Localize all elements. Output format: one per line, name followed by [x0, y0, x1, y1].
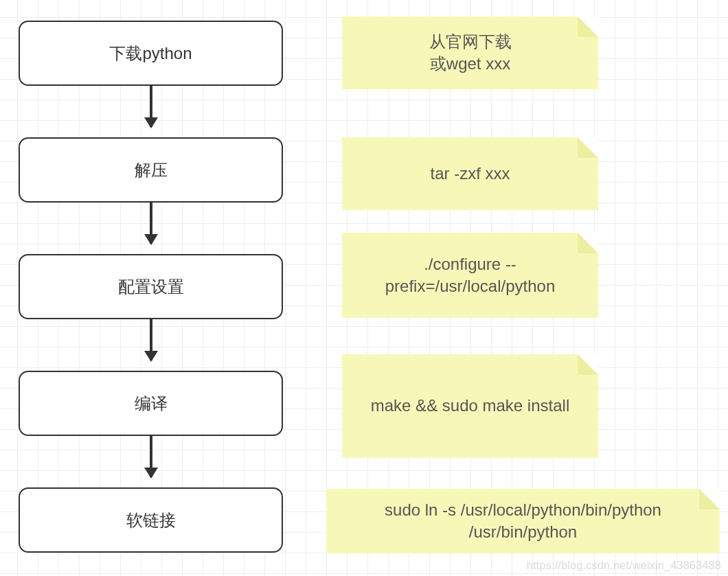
step-box-extract: 解压	[19, 137, 283, 203]
step-box-configure: 配置设置	[19, 254, 283, 319]
note-text: ./configure -- prefix=/usr/local/python	[385, 253, 555, 298]
note-text: sudo ln -s /usr/local/python/bin/python …	[385, 499, 661, 544]
note-symlink: sudo ln -s /usr/local/python/bin/python …	[326, 489, 720, 553]
note-configure: ./configure -- prefix=/usr/local/python	[342, 233, 598, 318]
arrow-down-icon	[150, 436, 152, 477]
note-extract: tar -zxf xxx	[342, 137, 598, 210]
step-box-symlink: 软链接	[19, 487, 283, 553]
step-label: 编译	[135, 393, 168, 415]
note-compile: make && sudo make install	[342, 354, 598, 458]
step-box-compile: 编译	[19, 371, 283, 436]
step-label: 下载python	[109, 43, 192, 65]
watermark: https://blog.csdn.net/weixin_43863488	[527, 560, 721, 572]
arrow-down-icon	[150, 203, 152, 244]
note-text: make && sudo make install	[371, 395, 569, 417]
step-box-download: 下载python	[19, 21, 283, 86]
note-text: 从官网下载 或wget xxx	[429, 31, 512, 76]
step-label: 软链接	[126, 509, 176, 531]
note-download: 从官网下载 或wget xxx	[342, 16, 598, 89]
arrow-down-icon	[150, 86, 152, 127]
step-label: 配置设置	[118, 276, 184, 298]
note-text: tar -zxf xxx	[430, 163, 510, 185]
arrow-down-icon	[150, 319, 152, 360]
step-label: 解压	[135, 159, 168, 181]
